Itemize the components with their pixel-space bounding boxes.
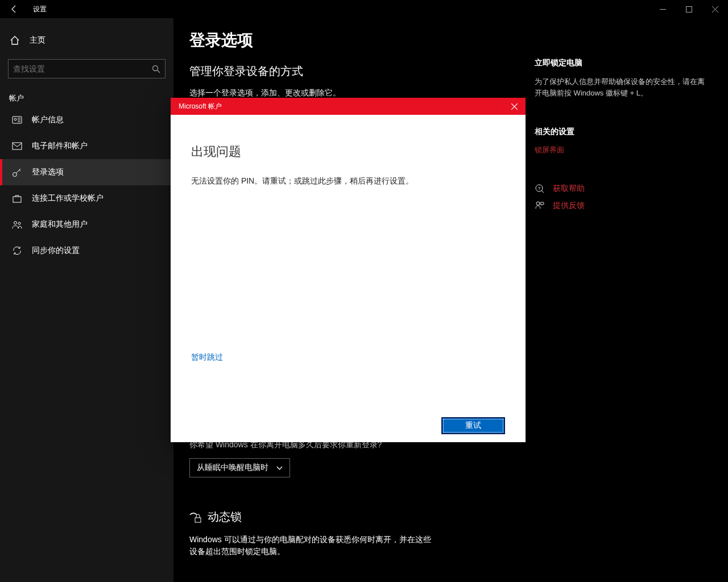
- svg-rect-16: [195, 518, 201, 522]
- account-info-icon: [11, 115, 23, 125]
- sidebar-item-label: 家庭和其他用户: [32, 219, 88, 230]
- sidebar-home-label: 主页: [30, 35, 46, 45]
- aside-panel: 立即锁定电脑 为了保护私人信息并帮助确保设备的安全性，请在离开电脑前按 Wind…: [535, 30, 705, 582]
- sidebar-item-label: 同步你的设置: [32, 246, 80, 256]
- dialog-retry-label: 重试: [465, 421, 481, 431]
- page-title: 登录选项: [189, 30, 535, 51]
- lock-text: 为了保护私人信息并帮助确保设备的安全性，请在离开电脑前按 Windows 徽标键…: [535, 76, 705, 98]
- key-icon: [11, 167, 23, 177]
- svg-rect-9: [13, 143, 22, 149]
- dialog-close-button[interactable]: [503, 98, 526, 115]
- dialog-body-text: 无法设置你的 PIN。请重试；或跳过此步骤，稍后再进行设置。: [191, 176, 505, 186]
- svg-line-3: [158, 70, 160, 73]
- manage-text: 选择一个登录选项，添加、更改或删除它。: [189, 87, 535, 99]
- svg-point-14: [14, 222, 17, 225]
- dynamic-lock-icon: [189, 511, 202, 523]
- sidebar-item-label: 电子邮件和帐户: [32, 141, 88, 151]
- email-icon: [11, 141, 23, 151]
- back-button[interactable]: [6, 1, 23, 18]
- sidebar-item-label: 帐户信息: [32, 115, 64, 125]
- maximize-button[interactable]: [676, 0, 702, 18]
- dynamic-lock-title: 动态锁: [208, 509, 242, 525]
- give-feedback[interactable]: 提供反馈: [535, 201, 705, 211]
- titlebar: 设置: [0, 0, 728, 18]
- window-controls: [650, 0, 728, 18]
- dynamic-lock-text: Windows 可以通过与你的电脑配对的设备获悉你何时离开，并在这些设备超出范围…: [189, 534, 434, 558]
- svg-point-2: [153, 65, 158, 70]
- svg-text:?: ?: [538, 186, 541, 191]
- get-help-label: 获取帮助: [553, 184, 585, 194]
- sidebar-section-label: 帐户: [9, 93, 173, 103]
- manage-heading: 管理你登录设备的方式: [189, 64, 535, 79]
- svg-rect-1: [686, 6, 692, 12]
- sidebar-home[interactable]: 主页: [0, 30, 173, 51]
- sidebar-item-work-school[interactable]: 连接工作或学校帐户: [0, 185, 173, 211]
- sync-icon: [11, 246, 23, 256]
- sidebar-item-signin-options[interactable]: 登录选项: [0, 159, 173, 185]
- svg-line-12: [19, 170, 20, 171]
- home-icon: [9, 35, 20, 45]
- give-feedback-label: 提供反馈: [553, 201, 585, 211]
- search-box[interactable]: [8, 59, 166, 78]
- svg-rect-20: [540, 202, 544, 205]
- chevron-down-icon: [276, 465, 283, 471]
- svg-point-19: [536, 202, 540, 205]
- microsoft-account-dialog: Microsoft 帐户 出现问题 无法设置你的 PIN。请重试；或跳过此步骤，…: [171, 98, 526, 442]
- feedback-icon: [535, 201, 546, 211]
- dialog-title: 出现问题: [191, 143, 505, 160]
- dialog-header: Microsoft 帐户: [171, 98, 526, 115]
- sidebar-item-account-info[interactable]: 帐户信息: [0, 107, 173, 133]
- sidebar: 主页 帐户 帐户信息 电子邮件和帐户 登录选项: [0, 18, 173, 582]
- search-input[interactable]: [13, 64, 152, 73]
- help-icon: ?: [535, 184, 546, 194]
- related-heading: 相关的设置: [535, 127, 705, 137]
- sidebar-item-label: 登录选项: [32, 167, 64, 177]
- lockscreen-link[interactable]: 锁屏界面: [535, 145, 705, 155]
- svg-line-11: [16, 169, 21, 173]
- relogin-dropdown-value: 从睡眠中唤醒电脑时: [197, 463, 268, 473]
- get-help[interactable]: ? 获取帮助: [535, 184, 705, 194]
- briefcase-icon: [11, 193, 23, 203]
- sidebar-item-family-users[interactable]: 家庭和其他用户: [0, 211, 173, 238]
- search-icon: [152, 65, 160, 73]
- dialog-skip-link[interactable]: 暂时跳过: [191, 352, 223, 363]
- relogin-dropdown[interactable]: 从睡眠中唤醒电脑时: [189, 458, 290, 477]
- dialog-retry-button[interactable]: 重试: [441, 417, 505, 434]
- sidebar-item-sync[interactable]: 同步你的设置: [0, 238, 173, 264]
- sidebar-item-email-accounts[interactable]: 电子邮件和帐户: [0, 133, 173, 159]
- window-title: 设置: [33, 5, 47, 14]
- close-button[interactable]: [702, 0, 728, 18]
- svg-point-10: [13, 173, 17, 177]
- dialog-header-title: Microsoft 帐户: [179, 102, 222, 111]
- svg-point-15: [18, 222, 20, 225]
- svg-rect-13: [13, 197, 21, 202]
- svg-point-5: [14, 118, 16, 120]
- lock-heading: 立即锁定电脑: [535, 58, 705, 68]
- people-icon: [11, 219, 23, 230]
- minimize-button[interactable]: [650, 0, 676, 18]
- sidebar-item-label: 连接工作或学校帐户: [32, 193, 104, 203]
